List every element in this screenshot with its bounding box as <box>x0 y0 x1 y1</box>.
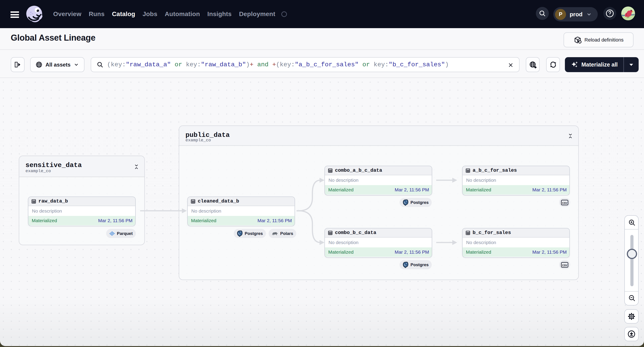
svg-text:CSV: CSV <box>562 264 567 266</box>
svg-text:CSV: CSV <box>562 201 567 204</box>
